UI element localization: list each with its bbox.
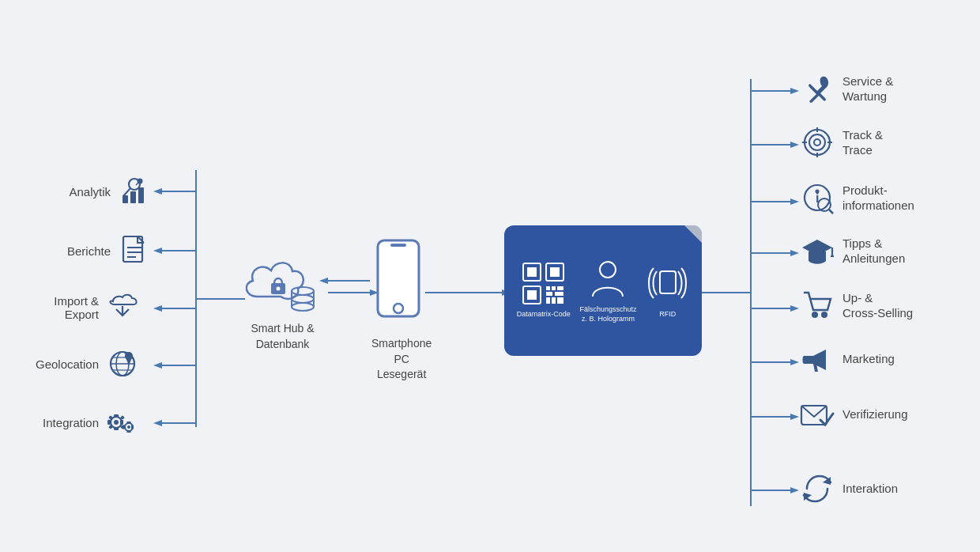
berichte-label: Berichte <box>47 244 111 258</box>
blue-card: Datamatrix-Code Fälschungsschutzz. B. Ho… <box>504 225 702 356</box>
produkt-label: Produkt-informationen <box>842 183 914 214</box>
track-label: Track &Trace <box>842 127 883 158</box>
svg-marker-29 <box>790 305 799 312</box>
svg-rect-58 <box>114 427 119 430</box>
svg-marker-25 <box>790 198 799 205</box>
svg-point-75 <box>292 303 314 311</box>
svg-rect-86 <box>527 290 537 300</box>
svg-rect-38 <box>122 195 128 203</box>
svg-rect-68 <box>127 430 131 433</box>
checkmail-icon <box>800 397 835 432</box>
device-label: SmartphonePCLesegerät <box>371 336 432 383</box>
svg-marker-33 <box>790 414 799 420</box>
integration-label: Integration <box>36 416 99 429</box>
svg-rect-96 <box>660 271 676 293</box>
left-item-import-export: Import & Export <box>36 290 140 325</box>
right-item-produkt: i Produkt-informationen <box>800 180 914 215</box>
svg-rect-40 <box>138 187 144 203</box>
card-item-rfid: RFID <box>646 262 689 319</box>
hub-container: Smart Hub &Datenbank <box>241 245 324 352</box>
svg-point-107 <box>816 190 820 194</box>
svg-line-109 <box>829 210 833 214</box>
right-item-upselling: Up- &Cross-Selling <box>800 288 913 323</box>
right-item-tipps: Tipps &Anleitungen <box>800 233 905 268</box>
svg-rect-82 <box>527 267 537 277</box>
svg-point-114 <box>821 312 827 318</box>
svg-rect-60 <box>120 420 123 425</box>
globe-icon <box>105 346 140 381</box>
left-item-berichte: Berichte <box>47 233 152 268</box>
document-icon <box>117 233 152 268</box>
svg-point-74 <box>292 295 314 303</box>
svg-rect-39 <box>130 191 136 203</box>
svg-line-42 <box>136 183 138 185</box>
svg-marker-31 <box>790 359 799 365</box>
svg-marker-8 <box>153 362 162 369</box>
geolocation-label: Geolocation <box>36 357 99 371</box>
svg-marker-4 <box>153 248 162 254</box>
rfid-label: RFID <box>659 310 676 319</box>
svg-point-97 <box>823 78 827 83</box>
svg-rect-67 <box>127 422 131 424</box>
graduation-icon <box>800 233 835 268</box>
import-export-label: Import & Export <box>36 294 99 321</box>
svg-marker-27 <box>790 250 799 256</box>
svg-rect-90 <box>546 292 552 296</box>
wrench-icon <box>800 71 835 106</box>
refresh-icon <box>800 471 835 506</box>
svg-marker-6 <box>153 305 162 312</box>
hub-label: Smart Hub &Datenbank <box>241 321 324 352</box>
svg-point-73 <box>292 287 314 295</box>
svg-rect-93 <box>552 297 556 304</box>
svg-marker-2 <box>153 188 162 195</box>
svg-point-95 <box>600 262 616 278</box>
right-item-marketing: Marketing <box>800 342 895 376</box>
svg-point-100 <box>814 139 820 146</box>
qr-label: Datamatrix-Code <box>517 310 571 319</box>
svg-marker-10 <box>153 420 162 426</box>
svg-rect-84 <box>550 267 560 277</box>
svg-marker-35 <box>790 487 799 493</box>
service-label: Service &Wartung <box>842 74 893 104</box>
megaphone-icon <box>800 342 835 376</box>
right-item-track: Track &Trace <box>800 125 883 160</box>
svg-rect-43 <box>123 236 142 262</box>
svg-rect-57 <box>114 414 119 418</box>
diagram-container: Analytik Berichte <box>0 0 980 552</box>
svg-rect-78 <box>378 240 419 316</box>
svg-rect-59 <box>107 420 111 425</box>
svg-point-108 <box>818 198 831 211</box>
svg-point-66 <box>127 425 130 429</box>
left-item-geolocation: Geolocation <box>36 346 140 381</box>
svg-line-37 <box>123 188 130 196</box>
upselling-label: Up- &Cross-Selling <box>842 290 913 321</box>
svg-point-98 <box>805 130 830 155</box>
left-item-analytik: Analytik <box>47 174 152 209</box>
svg-rect-69 <box>122 425 125 429</box>
transfer-icon <box>105 290 140 325</box>
analytics-icon <box>117 174 152 209</box>
gears-icon <box>105 405 140 440</box>
svg-marker-23 <box>790 142 799 148</box>
info-icon: i <box>800 180 835 215</box>
svg-rect-89 <box>557 286 564 290</box>
smartphone-container: SmartphonePCLesegerät <box>371 237 432 383</box>
verifizierung-label: Verifizierung <box>842 406 908 422</box>
target-icon <box>800 125 835 160</box>
svg-rect-94 <box>557 297 564 304</box>
svg-marker-21 <box>790 88 799 94</box>
hologram-label: Fälschungsschutzz. B. Hologramm <box>579 305 636 323</box>
tipps-label: Tipps &Anleitungen <box>842 236 905 267</box>
svg-point-72 <box>277 287 281 291</box>
svg-rect-70 <box>131 425 134 429</box>
svg-rect-88 <box>552 286 556 290</box>
right-item-interaktion: Interaktion <box>800 471 898 506</box>
card-item-qr: Datamatrix-Code <box>517 262 571 319</box>
cart-icon <box>800 288 835 323</box>
svg-point-113 <box>812 312 818 318</box>
svg-rect-92 <box>546 297 550 304</box>
right-item-verifizierung: Verifizierung <box>800 397 908 432</box>
marketing-label: Marketing <box>842 351 895 367</box>
analytik-label: Analytik <box>47 185 111 198</box>
right-item-service: Service &Wartung <box>800 71 893 106</box>
